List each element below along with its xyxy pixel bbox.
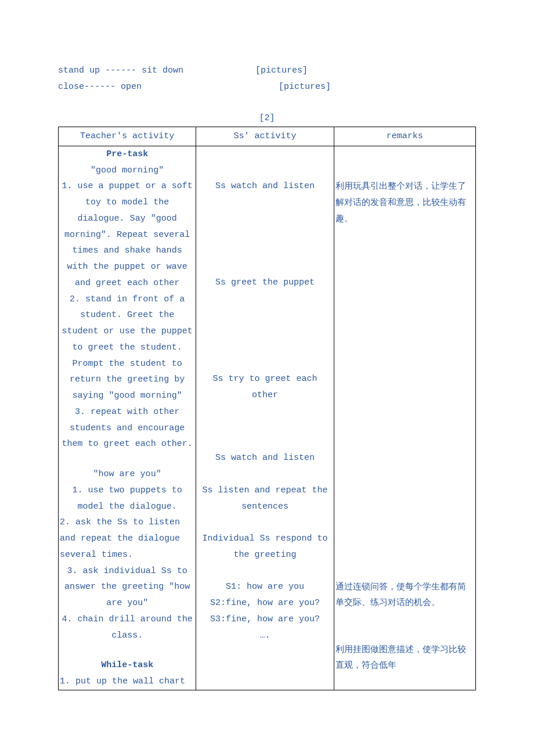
remark-3: 利用挂图做图意描述，使学习比较直观，符合低年 [335,642,474,674]
top-row-2: close------ open [pictures] [58,80,476,94]
top-line-1-right: [pictures] [244,64,476,78]
top-line-2-left: close------ open [58,80,244,94]
header-ss: Ss' activity [196,127,334,146]
how-are-you-title: "how are you" [60,466,194,483]
teacher-step-1: 1. use a puppet or a soft toy to model t… [60,178,194,291]
page: stand up ------ sit down [pictures] clos… [0,0,534,725]
c-spacer-1 [335,163,474,179]
teacher-step-2: 2. stand in front of a student. Greet th… [60,291,194,404]
teacher-q4: 4. chain drill around the class. [60,611,194,644]
header-remarks: remarks [334,127,475,146]
ss-step-7c: S3:fine, how are you? [197,611,332,628]
table-header-row: Teacher's activity Ss' activity remarks [59,127,476,146]
ss-step-4: Ss watch and listen [197,450,332,466]
spacer-2 [60,643,194,657]
b-spacer-0 [197,146,332,163]
b-spacer-6 [197,514,332,531]
teacher-q3: 3. ask individual Ss to answer the greet… [60,563,194,611]
c-spacer-2 [335,227,474,579]
c-spacer-3 [335,611,474,642]
teacher-w1: 1. put up the wall chart [60,674,194,690]
ss-step-7a: S1: how are you [197,579,332,595]
remarks-cell: 利用玩具引出整个对话，让学生了解对话的发音和意思，比较生动有趣。 通过连锁问答，… [334,146,475,690]
teacher-step-3: 3. repeat with other students and encour… [60,404,194,452]
remark-2: 通过连锁问答，使每个学生都有简单交际、练习对话的机会。 [335,579,474,611]
b-spacer-4 [197,403,332,450]
top-text-block: stand up ------ sit down [pictures] clos… [58,64,476,94]
good-morning-title: "good morning" [60,163,194,179]
remark-1: 利用玩具引出整个对话，让学生了解对话的发音和意思，比较生动有趣。 [335,178,474,226]
whiletask-heading: While-task [60,657,194,674]
b-spacer-1 [197,163,332,179]
top-line-1-left: stand up ------ sit down [58,64,244,78]
ss-step-7b: S2:fine, how are you? [197,595,332,611]
b-spacer-7 [197,563,332,579]
b-spacer-2 [197,195,332,275]
ss-step-3: Ss try to greet each other [197,371,332,404]
b-spacer-3 [197,291,332,371]
ss-step-6: Individual Ss respond to the greeting [197,531,332,563]
ss-step-2: Ss greet the puppet [197,275,332,291]
ss-step-5: Ss listen and repeat the sentences [197,483,332,515]
teacher-cell: Pre-task "good morning" 1. use a puppet … [59,146,196,690]
pretask-heading: Pre-task [60,146,194,163]
spacer [60,452,194,466]
section-marker: [2] [58,111,476,125]
ss-step-7d: …. [197,628,332,644]
top-line-2-right: [pictures] [244,80,476,94]
header-teacher: Teacher's activity [59,127,196,146]
c-spacer-0 [335,146,474,163]
top-row-1: stand up ------ sit down [pictures] [58,64,476,78]
teacher-q1: 1. use two puppets to model the dialogue… [60,483,194,515]
teacher-q2: 2. ask the Ss to listen and repeat the d… [60,514,194,563]
table-body-row: Pre-task "good morning" 1. use a puppet … [59,146,476,690]
lesson-table: Teacher's activity Ss' activity remarks … [58,127,476,690]
b-spacer-5 [197,466,332,483]
ss-step-1: Ss watch and listen [197,178,332,195]
ss-cell: Ss watch and listen Ss greet the puppet … [196,146,334,690]
